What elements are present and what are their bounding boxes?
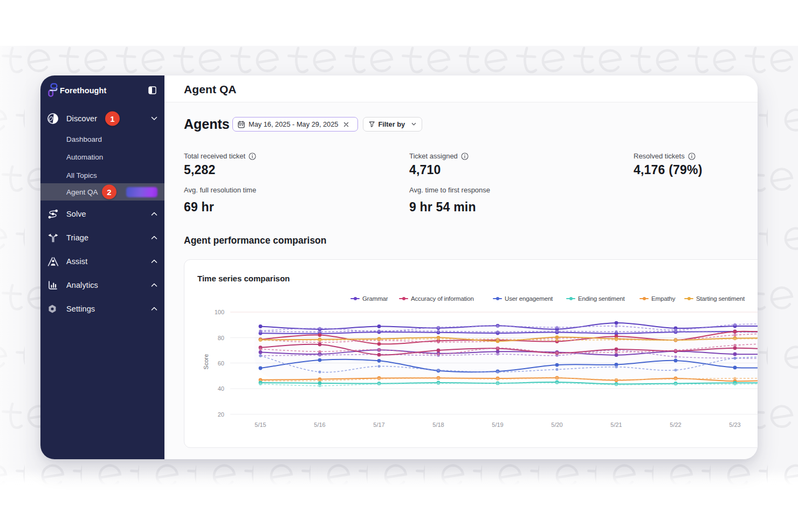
svg-text:100: 100 bbox=[215, 309, 224, 315]
svg-text:5/22: 5/22 bbox=[670, 422, 681, 428]
svg-text:60: 60 bbox=[218, 360, 224, 367]
svg-text:5/15: 5/15 bbox=[254, 422, 266, 428]
svg-text:5/21: 5/21 bbox=[610, 422, 622, 428]
svg-text:20: 20 bbox=[218, 411, 224, 418]
svg-text:5/23: 5/23 bbox=[729, 422, 740, 428]
svg-text:5/19: 5/19 bbox=[492, 422, 503, 428]
svg-text:40: 40 bbox=[218, 385, 224, 392]
svg-text:5/18: 5/18 bbox=[432, 422, 444, 428]
svg-text:5/16: 5/16 bbox=[314, 422, 325, 428]
svg-text:5/20: 5/20 bbox=[551, 422, 562, 428]
svg-text:80: 80 bbox=[218, 335, 224, 341]
svg-text:5/17: 5/17 bbox=[373, 422, 384, 428]
svg-text:Score: Score bbox=[203, 354, 209, 370]
